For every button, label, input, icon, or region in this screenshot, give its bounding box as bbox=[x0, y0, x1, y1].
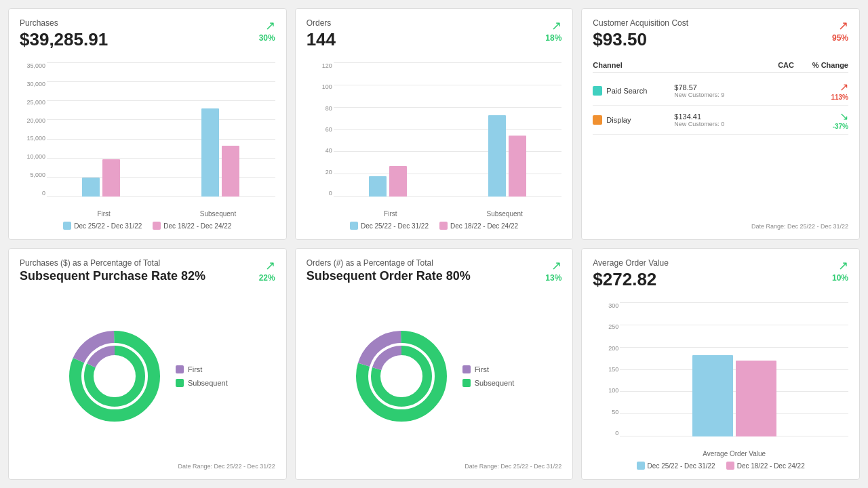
purchases-badge: ↗ 30% bbox=[259, 18, 275, 43]
bar-group-first bbox=[47, 159, 155, 197]
cac-badge: ↗ 95% bbox=[832, 18, 848, 43]
cac-trend-icon: ↗ bbox=[838, 18, 848, 33]
purchases-subsequent-blue-bar bbox=[201, 108, 219, 197]
display-label: Display bbox=[606, 116, 631, 124]
purchases-value: $39,285.91 bbox=[20, 29, 275, 50]
aov-blue-bar bbox=[692, 355, 733, 436]
purchases-first-pink-bar bbox=[102, 159, 120, 197]
cac-row-paid-search: Paid Search $78.57 New Customers: 9 ↗ 11… bbox=[593, 77, 848, 106]
orders-subsequent-pink-bar bbox=[509, 136, 526, 197]
cac-value: $93.50 bbox=[593, 29, 848, 50]
orders-first-pink-bar bbox=[389, 166, 407, 197]
purchases-chart-area: 0 5,000 10,000 15,000 20,000 25,000 30,0… bbox=[20, 56, 275, 210]
purchase-rate-pct: 22% bbox=[259, 273, 275, 283]
order-rate-pct: 13% bbox=[545, 273, 561, 283]
aov-badge: ↗ 10% bbox=[832, 258, 848, 283]
aov-chart-area: 0 50 100 150 200 250 300 bbox=[593, 296, 848, 450]
orders-chart: 0 20 40 60 80 100 120 bbox=[307, 56, 562, 218]
order-rate-subtitle: Subsequent Order Rate 80% bbox=[307, 269, 562, 283]
purchases-title: Purchases bbox=[20, 18, 275, 28]
orders-bar-group-first bbox=[334, 166, 442, 197]
orders-card: Orders 144 ↗ 18% 0 20 40 60 80 100 120 bbox=[295, 8, 574, 240]
orders-legend: Dec 25/22 - Dec 31/22 Dec 18/22 - Dec 24… bbox=[307, 222, 562, 230]
purchase-rate-legend: First Subsequent bbox=[176, 365, 228, 387]
aov-bars bbox=[620, 302, 848, 436]
purchase-rate-badge: ↗ 22% bbox=[259, 258, 275, 283]
cac-pct: 95% bbox=[832, 33, 848, 43]
display-trend-icon: ↘ bbox=[840, 110, 848, 123]
dashboard-grid: Purchases $39,285.91 ↗ 30% 0 5,000 10,00… bbox=[8, 8, 860, 480]
aov-trend-icon: ↗ bbox=[838, 258, 848, 273]
orders-chart-area: 0 20 40 60 80 100 120 bbox=[307, 56, 562, 210]
orders-title: Orders bbox=[307, 18, 562, 28]
cac-col-cac: CAC bbox=[674, 61, 794, 69]
aov-value: $272.82 bbox=[593, 269, 848, 290]
aov-legend: Dec 25/22 - Dec 31/22 Dec 18/22 - Dec 24… bbox=[593, 462, 848, 470]
order-rate-legend: First Subsequent bbox=[462, 365, 515, 387]
cac-date-range: Date Range: Dec 25/22 - Dec 31/22 bbox=[593, 223, 848, 230]
purchase-rate-donut bbox=[67, 329, 162, 424]
purchases-legend: Dec 25/22 - Dec 31/22 Dec 18/22 - Dec 24… bbox=[20, 222, 275, 230]
purchase-rate-card: Purchases ($) as a Percentage of Total S… bbox=[8, 248, 287, 480]
cac-table-header: Channel CAC % Change bbox=[593, 61, 848, 73]
cac-title: Customer Acquisition Cost bbox=[593, 18, 848, 28]
order-rate-date: Date Range: Dec 25/22 - Dec 31/22 bbox=[307, 463, 562, 470]
bar-group-subsequent bbox=[166, 108, 275, 197]
cac-col-pct: % Change bbox=[794, 61, 848, 69]
purchase-rate-subtitle: Subsequent Purchase Rate 82% bbox=[20, 269, 275, 283]
orders-trend-icon: ↗ bbox=[551, 18, 561, 33]
aov-card: Average Order Value $272.82 ↗ 10% 0 50 1… bbox=[581, 248, 860, 480]
purchases-subsequent-pink-bar bbox=[222, 146, 239, 197]
aov-pink-bar bbox=[736, 361, 776, 436]
paid-search-label: Paid Search bbox=[606, 87, 647, 95]
purchases-trend-icon: ↗ bbox=[265, 18, 275, 33]
order-rate-donut-container: First Subsequent bbox=[307, 289, 562, 463]
order-rate-title: Orders (#) as a Percentage of Total bbox=[307, 258, 562, 268]
orders-subsequent-blue-bar bbox=[488, 115, 506, 197]
purchase-rate-trend-icon: ↗ bbox=[265, 258, 275, 273]
orders-bar-group-subsequent bbox=[453, 115, 561, 197]
order-rate-donut bbox=[354, 329, 449, 424]
aov-title: Average Order Value bbox=[593, 258, 848, 268]
paid-search-dot bbox=[593, 86, 602, 96]
order-rate-badge: ↗ 13% bbox=[545, 258, 561, 283]
orders-y-axis: 0 20 40 60 80 100 120 bbox=[307, 62, 332, 197]
purchases-card: Purchases $39,285.91 ↗ 30% 0 5,000 10,00… bbox=[8, 8, 287, 240]
orders-value: 144 bbox=[307, 29, 562, 50]
purchases-y-axis: 0 5,000 10,000 15,000 20,000 25,000 30,0… bbox=[20, 62, 45, 197]
cac-row-display: Display $134.41 New Customers: 0 ↘ -37% bbox=[593, 106, 848, 135]
orders-badge: ↗ 18% bbox=[545, 18, 561, 43]
purchase-rate-title: Purchases ($) as a Percentage of Total bbox=[20, 258, 275, 268]
aov-pct: 10% bbox=[832, 273, 848, 283]
orders-pct: 18% bbox=[545, 33, 561, 43]
order-rate-card: Orders (#) as a Percentage of Total Subs… bbox=[295, 248, 574, 480]
orders-bars bbox=[334, 62, 562, 197]
svg-point-4 bbox=[100, 361, 130, 391]
purchases-chart: 0 5,000 10,000 15,000 20,000 25,000 30,0… bbox=[20, 56, 275, 218]
aov-chart: 0 50 100 150 200 250 300 bbox=[593, 296, 848, 458]
cac-table: Channel CAC % Change Paid Search $78.57 … bbox=[593, 61, 848, 223]
svg-point-9 bbox=[387, 361, 416, 391]
purchases-bars bbox=[47, 62, 275, 197]
orders-first-blue-bar bbox=[369, 176, 387, 197]
purchase-rate-donut-container: First Subsequent bbox=[20, 289, 275, 463]
paid-search-change-pct: 113% bbox=[831, 94, 848, 101]
display-dot bbox=[593, 115, 602, 125]
paid-search-trend-icon: ↗ bbox=[840, 81, 848, 94]
purchases-pct: 30% bbox=[259, 33, 275, 43]
purchases-first-blue-bar bbox=[82, 178, 100, 197]
purchase-rate-date: Date Range: Dec 25/22 - Dec 31/22 bbox=[20, 463, 275, 470]
aov-bar-group bbox=[680, 355, 789, 436]
order-rate-trend-icon: ↗ bbox=[551, 258, 561, 273]
aov-y-axis: 0 50 100 150 200 250 300 bbox=[593, 302, 618, 436]
cac-col-channel: Channel bbox=[593, 61, 674, 69]
cac-card: Customer Acquisition Cost $93.50 ↗ 95% C… bbox=[581, 8, 860, 240]
display-change-pct: -37% bbox=[833, 123, 848, 130]
